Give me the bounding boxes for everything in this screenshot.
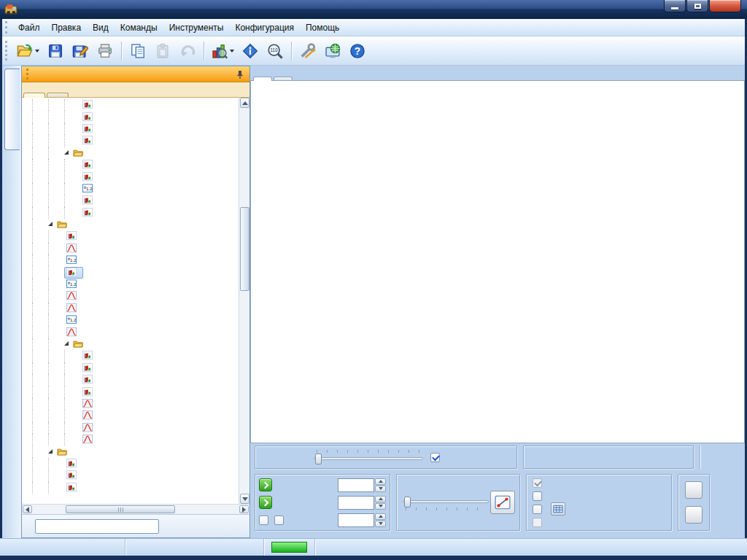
change-value-spinner[interactable] [338, 496, 386, 510]
menu-item-1[interactable]: Правка [46, 20, 88, 35]
spin-down-button[interactable] [375, 521, 386, 527]
spin-up-button[interactable] [375, 496, 386, 502]
menu-item-3[interactable]: Команды [115, 20, 163, 35]
expand-triangle-icon[interactable] [64, 150, 69, 155]
tree-item-map-31[interactable] [22, 470, 239, 481]
tree-item-map-15[interactable]: 1.2 [22, 279, 239, 290]
tree-item-map-6[interactable] [22, 171, 239, 182]
dropdown-arrow-icon[interactable] [35, 50, 39, 52]
toolbar-internet-update-button[interactable] [321, 40, 344, 62]
toolbar-paste-button[interactable] [151, 40, 174, 62]
menu-item-0[interactable]: Файл [12, 20, 46, 35]
tree-vertical-scrollbar[interactable] [239, 98, 249, 504]
tree-item-map-24[interactable] [22, 386, 239, 397]
title-bar[interactable] [0, 0, 747, 19]
close-button[interactable] [709, 0, 741, 12]
tree-item-map-30[interactable] [22, 458, 239, 470]
slider-thumb[interactable] [404, 497, 411, 508]
tree-item-map-3[interactable] [22, 135, 239, 147]
toolbar-zoom-preview-button[interactable]: 110 [263, 40, 287, 62]
scroll-thumb[interactable] [240, 207, 249, 291]
menu-item-2[interactable]: Вид [87, 20, 115, 35]
scroll-up-button[interactable] [240, 98, 249, 108]
tab-graph[interactable] [253, 77, 272, 81]
tree-item-map-25[interactable] [22, 398, 239, 410]
toolbar-save-as-button[interactable] [69, 40, 92, 62]
x-axis-button[interactable] [685, 481, 703, 499]
toolbar-open-file-button[interactable] [14, 40, 42, 62]
tree-item-map-16[interactable] [22, 290, 239, 302]
slider-thumb[interactable] [315, 454, 322, 464]
tree-item-map-12[interactable] [22, 243, 239, 254]
tree-item-map-18[interactable]: 1.2 [22, 314, 239, 326]
comments-tab[interactable] [4, 69, 20, 150]
spin-up-button[interactable] [375, 513, 386, 520]
tree-item-map-5[interactable] [22, 159, 239, 171]
tree-item-map-8[interactable] [22, 195, 239, 206]
tree-item-map-0[interactable] [22, 99, 239, 111]
tree-item-folder-20[interactable] [22, 338, 239, 350]
set-value-spinner[interactable] [338, 478, 386, 492]
menu-item-4[interactable]: Инструменты [163, 20, 230, 35]
apply-set-button[interactable] [259, 478, 272, 491]
tree-item-map-2[interactable] [22, 123, 239, 135]
tree-item-map-7[interactable]: 1.2 [22, 183, 239, 195]
relative-value-spinner[interactable] [338, 513, 386, 527]
throttle-slider[interactable] [314, 450, 423, 464]
set-value-field[interactable] [338, 478, 374, 492]
tab-filter[interactable] [47, 93, 69, 97]
tree-item-map-26[interactable] [22, 410, 239, 421]
change-value-field[interactable] [338, 496, 374, 510]
tree-item-map-28[interactable] [22, 434, 239, 446]
tree-item-map-13[interactable]: 1.2 [22, 254, 239, 266]
tree-item-folder-10[interactable] [22, 219, 239, 230]
tree-item-map-22[interactable] [22, 362, 239, 374]
hscroll-thumb[interactable] [66, 505, 175, 513]
neighbor-points-button[interactable] [551, 502, 565, 516]
spin-up-button[interactable] [375, 478, 386, 485]
tree-horizontal-scrollbar[interactable] [22, 504, 249, 514]
spin-down-button[interactable] [375, 486, 386, 492]
menu-item-6[interactable]: Помощь [300, 20, 345, 35]
toolbar-print-button[interactable] [93, 40, 117, 62]
scroll-right-button[interactable] [239, 505, 249, 513]
tree-item-folder-4[interactable] [22, 147, 239, 159]
chart-area[interactable] [250, 80, 745, 443]
option-checkbox-1[interactable] [533, 491, 542, 501]
toolbar-undo-button[interactable] [176, 40, 199, 62]
toolbar-help-button[interactable]: ? [346, 40, 369, 62]
tab-all[interactable] [23, 93, 45, 98]
slider-track[interactable] [403, 500, 489, 503]
relative-checkbox[interactable] [274, 516, 284, 525]
dropdown-arrow-icon[interactable] [230, 50, 234, 52]
tree-item-map-17[interactable] [22, 303, 239, 314]
search-input[interactable] [35, 519, 159, 534]
interpolate-button[interactable] [490, 491, 515, 514]
expand-triangle-icon[interactable] [48, 222, 53, 226]
option-checkbox-3[interactable] [533, 518, 542, 527]
expand-triangle-icon[interactable] [48, 449, 53, 454]
tree-item-map-9[interactable] [22, 207, 239, 219]
apply-change-button[interactable] [259, 496, 272, 509]
option-checkbox-0[interactable] [533, 478, 542, 488]
tree-item-folder-29[interactable] [22, 446, 239, 457]
tree-item-map-32[interactable] [22, 482, 239, 494]
option-checkbox-2[interactable] [533, 505, 542, 514]
scroll-down-button[interactable] [240, 494, 249, 504]
tree-item-map-21[interactable] [22, 350, 239, 362]
slider-track[interactable] [314, 457, 423, 460]
percent-checkbox[interactable] [259, 516, 268, 525]
expand-triangle-icon[interactable] [64, 341, 69, 346]
tree-item-map-11[interactable] [22, 230, 239, 242]
toolbar-chart-view-button[interactable] [209, 40, 237, 62]
tree-item-map-1[interactable] [22, 111, 239, 122]
minimize-button[interactable] [664, 0, 686, 12]
tree-item-map-23[interactable] [22, 374, 239, 386]
toolbar-copy-button[interactable] [126, 40, 150, 62]
tree-item-map-27[interactable] [22, 422, 239, 434]
relative-value-field[interactable] [338, 513, 374, 527]
scroll-left-button[interactable] [23, 505, 32, 513]
spin-down-button[interactable] [375, 503, 386, 510]
smoothing-slider[interactable] [403, 497, 489, 512]
toolbar-save-button[interactable] [44, 40, 67, 62]
